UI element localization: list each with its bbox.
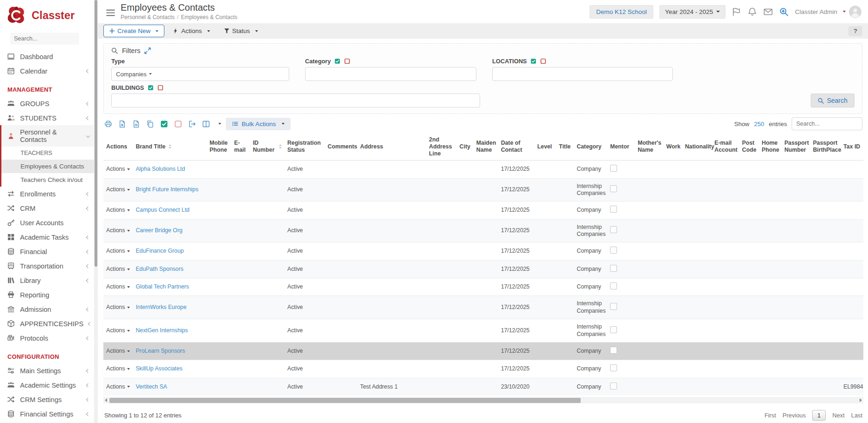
- status-button[interactable]: Status: [218, 25, 264, 37]
- row-actions-dropdown[interactable]: Actions: [106, 348, 130, 354]
- row-actions-dropdown[interactable]: Actions: [106, 227, 130, 234]
- brand-title-link[interactable]: InternWorks Europe: [136, 304, 186, 310]
- zoom-in-icon[interactable]: [779, 7, 789, 17]
- sidebar-item-protocols[interactable]: Protocols: [0, 331, 94, 345]
- sidebar-item-crm[interactable]: CRM: [0, 201, 94, 215]
- row-actions-dropdown[interactable]: Actions: [106, 327, 130, 334]
- create-new-button[interactable]: Create New: [103, 25, 164, 37]
- print-icon[interactable]: [104, 120, 112, 128]
- sidebar-item-calendar[interactable]: Calendar: [0, 64, 94, 78]
- sidebar-item-teachers-check-in-out[interactable]: Teachers Check in/out: [0, 173, 94, 187]
- pagination-previous[interactable]: Previous: [783, 412, 806, 419]
- select-all-icon[interactable]: [334, 58, 340, 64]
- mentor-checkbox[interactable]: [610, 282, 617, 289]
- mentor-checkbox[interactable]: [610, 265, 617, 272]
- brand-title-link[interactable]: Alpha Solutions Ltd: [136, 166, 185, 172]
- row-actions-dropdown[interactable]: Actions: [106, 207, 130, 213]
- mentor-checkbox[interactable]: [610, 326, 617, 333]
- brand-title-link[interactable]: Bright Future Internships: [136, 186, 198, 193]
- select-all-icon[interactable]: [148, 85, 154, 91]
- sidebar-item-main-settings[interactable]: Main Settings: [0, 363, 94, 378]
- file-pdf-icon[interactable]: [132, 120, 140, 128]
- buildings-filter-input[interactable]: [111, 94, 480, 107]
- scroll-left-icon[interactable]: [105, 398, 107, 402]
- deselect-all-icon[interactable]: [344, 58, 350, 64]
- sidebar-item-library[interactable]: Library: [0, 273, 94, 288]
- column-header-brand-title[interactable]: Brand Title: [133, 133, 207, 161]
- locations-filter-input[interactable]: [492, 67, 673, 81]
- copy-icon[interactable]: [146, 120, 154, 128]
- sidebar-item-user-accounts[interactable]: User Accounts: [0, 215, 94, 230]
- type-select[interactable]: Companies: [111, 67, 289, 81]
- sidebar-item-dashboard[interactable]: Dashboard: [0, 49, 94, 64]
- brand-title-link[interactable]: Global Tech Partners: [136, 283, 189, 290]
- brand-title-link[interactable]: NextGen Internships: [136, 327, 188, 334]
- row-actions-dropdown[interactable]: Actions: [106, 266, 130, 272]
- scroll-right-icon[interactable]: [860, 398, 862, 402]
- sidebar-item-financial[interactable]: Financial: [0, 244, 94, 259]
- brand-title-link[interactable]: EduFinance Group: [136, 248, 183, 254]
- row-actions-dropdown[interactable]: Actions: [106, 186, 130, 193]
- sidebar-scrollbar-thumb[interactable]: [95, 0, 97, 267]
- row-actions-dropdown[interactable]: Actions: [106, 166, 130, 172]
- row-actions-dropdown[interactable]: Actions: [106, 248, 130, 254]
- hamburger-menu-icon[interactable]: [106, 9, 115, 16]
- page-size-select[interactable]: 250: [754, 121, 764, 128]
- brand-title-link[interactable]: Career Bridge Org: [136, 227, 182, 234]
- deselect-all-icon[interactable]: [157, 85, 163, 91]
- mentor-checkbox[interactable]: [610, 347, 617, 354]
- row-actions-dropdown[interactable]: Actions: [106, 383, 130, 390]
- square-uncheck-icon[interactable]: [174, 120, 182, 128]
- year-selector-button[interactable]: Year 2024 - 2025: [659, 5, 726, 19]
- expand-filters-icon[interactable]: [144, 47, 151, 54]
- sidebar-item-reporting[interactable]: Reporting: [0, 288, 94, 302]
- horizontal-scrollbar-thumb[interactable]: [109, 398, 581, 403]
- mentor-checkbox[interactable]: [610, 185, 617, 192]
- category-filter-input[interactable]: [305, 67, 476, 81]
- mentor-checkbox[interactable]: [610, 206, 617, 213]
- row-actions-dropdown[interactable]: Actions: [106, 304, 130, 310]
- search-button[interactable]: Search: [811, 94, 854, 107]
- sidebar-item-crm-settings[interactable]: CRM Settings: [0, 392, 94, 407]
- notifications-bell-icon[interactable]: [747, 7, 757, 17]
- sidebar-item-academic-tasks[interactable]: Academic Tasks: [0, 230, 94, 244]
- pagination-first[interactable]: First: [765, 412, 776, 419]
- sidebar-search-input[interactable]: [10, 33, 79, 45]
- columns-icon[interactable]: [202, 120, 210, 128]
- pagination-current-page[interactable]: 1: [812, 410, 826, 421]
- sort-arrows-icon[interactable]: [169, 144, 171, 149]
- mentor-checkbox[interactable]: [610, 226, 617, 233]
- school-selector-button[interactable]: Demo K12 School: [590, 5, 653, 19]
- columns-caret-icon[interactable]: [218, 123, 221, 125]
- mentor-checkbox[interactable]: [610, 247, 617, 254]
- mentor-checkbox[interactable]: [610, 364, 617, 371]
- horizontal-scrollbar[interactable]: [103, 397, 863, 403]
- file-excel-icon[interactable]: [118, 120, 126, 128]
- messages-envelope-icon[interactable]: [763, 7, 773, 17]
- sidebar-item-students[interactable]: STUDENTS: [0, 111, 94, 125]
- pagination-last[interactable]: Last: [851, 412, 862, 419]
- brand-title-link[interactable]: EduPath Sponsors: [136, 266, 183, 272]
- column-header-id-number[interactable]: ID Number: [250, 133, 285, 161]
- flag-icon[interactable]: [732, 7, 741, 17]
- bulk-actions-button[interactable]: Bulk Actions: [226, 118, 291, 130]
- mentor-checkbox[interactable]: [610, 165, 617, 172]
- sidebar-item-academic-settings[interactable]: Academic Settings: [0, 378, 94, 392]
- export-icon[interactable]: [188, 120, 196, 128]
- brand-title-link[interactable]: SkillUp Associates: [136, 365, 182, 372]
- row-actions-dropdown[interactable]: Actions: [106, 365, 130, 372]
- mentor-checkbox[interactable]: [610, 383, 617, 389]
- select-all-icon[interactable]: [530, 58, 536, 64]
- sidebar-item-employees-contacts[interactable]: Employees & Contacts: [0, 160, 94, 173]
- check-square-icon[interactable]: [160, 120, 168, 128]
- sidebar-item-admission[interactable]: Admission: [0, 302, 94, 316]
- sidebar-item-financial-settings[interactable]: Financial Settings: [0, 407, 94, 421]
- row-actions-dropdown[interactable]: Actions: [106, 283, 130, 290]
- sidebar-item-enrollments[interactable]: Enrollments: [0, 187, 94, 201]
- sidebar-item-transportation[interactable]: Transportation: [0, 259, 94, 273]
- sidebar-item-teachers[interactable]: TEACHERS: [0, 147, 94, 160]
- brand-title-link[interactable]: ProLearn Sponsors: [136, 348, 185, 354]
- deselect-all-icon[interactable]: [540, 58, 546, 64]
- user-avatar[interactable]: [849, 6, 861, 18]
- sort-arrows-icon[interactable]: [279, 144, 282, 149]
